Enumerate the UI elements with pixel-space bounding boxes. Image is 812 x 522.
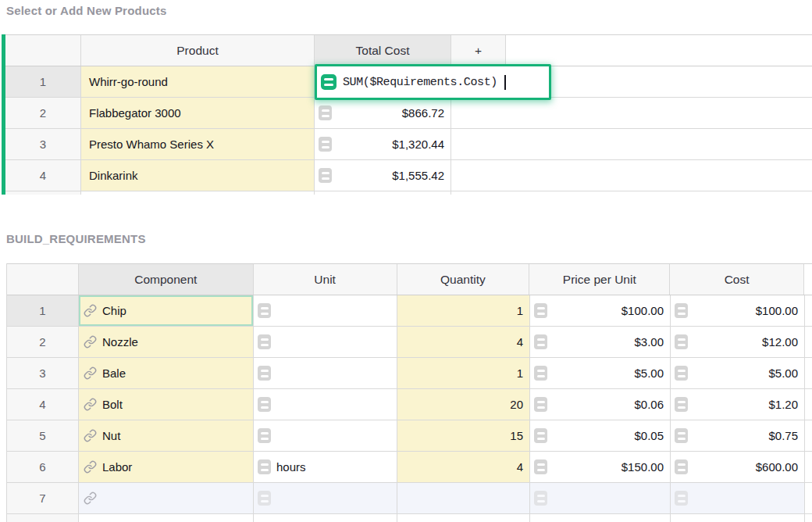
component-cell-empty[interactable]: [79, 483, 254, 513]
formula-indicator-icon: [258, 303, 271, 318]
column-header-unit[interactable]: Unit: [254, 264, 397, 295]
reference-link-icon: [84, 304, 97, 317]
formula-indicator-icon: [258, 397, 271, 412]
row-number[interactable]: 6: [7, 452, 79, 482]
unit-cell-empty[interactable]: [254, 483, 397, 513]
column-header-quantity[interactable]: Quantity: [397, 264, 530, 295]
component-cell[interactable]: Bale: [79, 358, 254, 388]
requirement-row-7-new: 7: [7, 483, 812, 514]
row-number[interactable]: 7: [7, 483, 79, 513]
column-header-total-cost[interactable]: Total Cost: [315, 35, 451, 66]
formula-indicator-icon: [534, 366, 547, 381]
cost-value: $0.75: [768, 429, 798, 442]
unit-cell[interactable]: [254, 420, 397, 451]
formula-editor-input[interactable]: SUM($Requirements.Cost): [315, 64, 551, 100]
cost-cell[interactable]: $5.00: [671, 358, 805, 388]
formula-indicator-icon: [675, 459, 688, 474]
price-per-unit-cell[interactable]: $0.05: [530, 420, 671, 451]
cost-cell[interactable]: $100.00: [671, 295, 805, 326]
add-column-button[interactable]: +: [451, 35, 506, 66]
unit-cell[interactable]: [254, 295, 397, 326]
product-cell[interactable]: Whirr-go-round: [81, 66, 315, 97]
row-number[interactable]: 1: [7, 295, 79, 326]
component-cell-active[interactable]: Chip: [79, 295, 254, 326]
quantity-cell[interactable]: 15: [397, 420, 530, 451]
row-number[interactable]: 1: [5, 66, 81, 97]
unit-cell[interactable]: hours: [254, 452, 397, 482]
formula-indicator-icon: [534, 334, 547, 349]
requirement-row-6: 6 Labor hours 4 $150.00 $600.00: [7, 452, 812, 483]
formula-indicator-icon: [675, 428, 688, 443]
quantity-cell[interactable]: 1: [397, 358, 530, 388]
formula-indicator-icon: [534, 491, 547, 506]
text-cursor: [504, 75, 506, 90]
total-cost-cell[interactable]: $1,320.44: [315, 129, 451, 159]
row-number[interactable]: 3: [7, 358, 79, 388]
formula-indicator-icon: [258, 366, 271, 381]
row-number[interactable]: 2: [7, 327, 79, 357]
reference-link-icon: [84, 460, 97, 474]
price-per-unit-cell[interactable]: $5.00: [530, 358, 671, 388]
cell-stub: [315, 191, 451, 195]
cost-cell[interactable]: $600.00: [671, 452, 805, 482]
column-header-cost[interactable]: Cost: [670, 264, 804, 295]
cost-cell[interactable]: $0.75: [671, 420, 805, 451]
cost-cell[interactable]: $12.00: [671, 327, 805, 357]
quantity-cell[interactable]: 20: [397, 389, 530, 420]
requirements-corner-cell[interactable]: [7, 264, 79, 295]
column-header-price-per-unit[interactable]: Price per Unit: [529, 264, 670, 295]
quantity-cell[interactable]: 1: [397, 295, 530, 326]
product-cell[interactable]: Presto Whamo Series X: [81, 129, 315, 159]
component-cell[interactable]: Nut: [79, 420, 254, 451]
products-header-row: Product Total Cost +: [5, 34, 812, 66]
column-header-product[interactable]: Product: [81, 35, 315, 66]
unit-cell[interactable]: [254, 358, 397, 388]
header-filler: [804, 264, 812, 295]
products-corner-cell[interactable]: [5, 35, 81, 66]
quantity-cell[interactable]: 4: [397, 452, 530, 482]
row-number[interactable]: 5: [7, 420, 79, 451]
unit-cell[interactable]: [254, 389, 397, 420]
product-cell[interactable]: Flabbegator 3000: [81, 98, 315, 128]
row-number[interactable]: 2: [5, 98, 81, 128]
cost-value: $1.20: [768, 398, 798, 411]
component-cell[interactable]: Labor: [79, 452, 254, 482]
requirements-header-row: Component Unit Quantity Price per Unit C…: [7, 263, 812, 295]
price-per-unit-cell-empty[interactable]: [530, 483, 671, 513]
cell-stub: [79, 514, 254, 522]
cost-cell[interactable]: $1.20: [671, 389, 805, 420]
formula-indicator-icon: [258, 428, 271, 443]
unit-cell[interactable]: [254, 327, 397, 357]
formula-equals-icon: [321, 74, 337, 90]
row-number[interactable]: 4: [5, 160, 81, 191]
formula-indicator-icon: [675, 303, 688, 318]
total-cost-cell[interactable]: $866.72: [315, 98, 451, 128]
component-cell[interactable]: Nozzle: [79, 327, 254, 357]
cost-cell-empty[interactable]: [671, 483, 805, 513]
formula-indicator-icon: [675, 366, 688, 381]
cell-stub: [530, 514, 671, 522]
product-row-2: 2 Flabbegator 3000 $866.72: [5, 98, 812, 129]
reference-link-icon: [84, 429, 97, 442]
product-cell[interactable]: Dinkarink: [81, 160, 315, 191]
quantity-cell-empty[interactable]: [397, 483, 530, 513]
component-cell[interactable]: Bolt: [79, 389, 254, 420]
reference-link-icon: [84, 492, 97, 505]
requirement-row-3: 3 Bale 1 $5.00 $5.00: [7, 358, 812, 389]
price-per-unit-cell[interactable]: $100.00: [530, 295, 671, 326]
cell-stub: [671, 514, 805, 522]
price-per-unit-cell[interactable]: $0.06: [530, 389, 671, 420]
products-section-title: Select or Add New Products: [6, 4, 167, 17]
cost-value: $600.00: [756, 460, 798, 474]
formula-text: SUM($Requirements.Cost): [343, 76, 497, 89]
total-cost-cell[interactable]: $1,555.42: [315, 160, 451, 191]
quantity-cell[interactable]: 4: [397, 327, 530, 357]
price-per-unit-cell[interactable]: $150.00: [530, 452, 671, 482]
column-header-component[interactable]: Component: [79, 264, 254, 295]
row-number-stub: [7, 514, 79, 522]
reference-link-icon: [84, 366, 97, 380]
row-number[interactable]: 3: [5, 129, 81, 159]
price-per-unit-cell[interactable]: $3.00: [530, 327, 671, 357]
row-number[interactable]: 4: [7, 389, 79, 420]
price-value: $0.06: [634, 398, 664, 411]
